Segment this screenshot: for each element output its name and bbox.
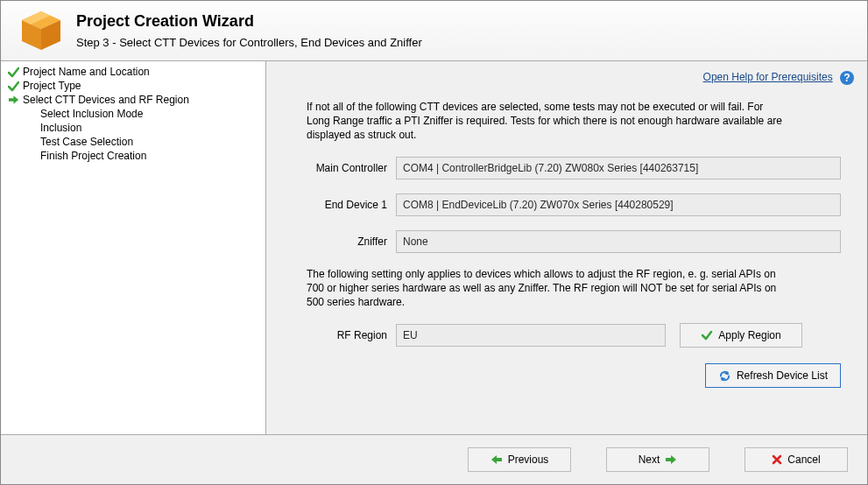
checkmark-icon xyxy=(8,67,19,78)
next-button[interactable]: Next xyxy=(606,447,709,472)
sidebar-step-5[interactable]: Test Case Selection xyxy=(6,135,260,149)
wizard-content: Open Help for Prerequisites ? If not all… xyxy=(266,61,867,434)
svg-marker-10 xyxy=(666,455,676,464)
sidebar-step-1[interactable]: Project Type xyxy=(6,79,260,93)
row-zniffer: Zniffer None xyxy=(293,230,841,253)
apply-region-label: Apply Region xyxy=(718,329,780,341)
cancel-label: Cancel xyxy=(787,453,820,466)
svg-text:?: ? xyxy=(843,72,850,84)
checkmark-icon xyxy=(8,81,19,92)
checkmark-icon xyxy=(701,329,713,341)
label-rf-region: RF Region xyxy=(293,329,396,341)
field-end-device-1[interactable]: COM8 | EndDeviceLib (7.20) ZW070x Series… xyxy=(396,193,841,216)
wizard-steps-sidebar: Project Name and LocationProject TypeSel… xyxy=(1,61,266,434)
row-main-controller: Main Controller COM4 | ControllerBridgeL… xyxy=(293,157,841,179)
sidebar-step-label: Project Name and Location xyxy=(23,66,150,78)
label-end-device-1: End Device 1 xyxy=(293,199,396,211)
apply-region-button[interactable]: Apply Region xyxy=(680,323,802,348)
row-rf-region: RF Region EU Apply Region xyxy=(293,323,841,348)
info-text-rf-region: The following setting only applies to de… xyxy=(307,267,788,310)
sidebar-step-6[interactable]: Finish Project Creation xyxy=(6,149,260,163)
label-main-controller: Main Controller xyxy=(293,162,396,174)
sidebar-step-label: Inclusion xyxy=(40,122,81,134)
svg-marker-4 xyxy=(9,95,18,103)
field-rf-region[interactable]: EU xyxy=(396,324,666,347)
label-zniffer: Zniffer xyxy=(293,235,396,248)
previous-label: Previous xyxy=(508,453,549,466)
arrow-right-icon xyxy=(8,95,19,105)
help-icon[interactable]: ? xyxy=(839,70,855,86)
sidebar-step-label: Test Case Selection xyxy=(40,136,133,148)
wizard-footer: Previous Next Cancel xyxy=(1,434,867,484)
sidebar-step-4[interactable]: Inclusion xyxy=(6,121,260,135)
row-end-device-1: End Device 1 COM8 | EndDeviceLib (7.20) … xyxy=(293,193,841,216)
sidebar-step-label: Project Type xyxy=(23,80,81,92)
refresh-icon xyxy=(718,369,731,383)
sidebar-step-label: Finish Project Creation xyxy=(40,150,146,162)
wizard-subtitle: Step 3 - Select CTT Devices for Controll… xyxy=(76,36,422,49)
info-text-devices: If not all of the following CTT devices … xyxy=(307,100,788,143)
field-main-controller[interactable]: COM4 | ControllerBridgeLib (7.20) ZW080x… xyxy=(396,157,841,179)
next-label: Next xyxy=(639,453,660,466)
sidebar-step-2[interactable]: Select CTT Devices and RF Region xyxy=(6,93,260,107)
field-zniffer[interactable]: None xyxy=(396,230,841,253)
cross-icon xyxy=(772,454,782,465)
previous-button[interactable]: Previous xyxy=(468,447,571,472)
refresh-device-list-button[interactable]: Refresh Device List xyxy=(705,363,841,388)
arrow-right-icon xyxy=(665,454,677,465)
box-logo-icon xyxy=(18,10,64,52)
help-prerequisites-link[interactable]: Open Help for Prerequisites xyxy=(703,71,833,83)
sidebar-step-label: Select Inclusion Mode xyxy=(40,108,143,120)
arrow-left-icon xyxy=(490,454,503,465)
cancel-button[interactable]: Cancel xyxy=(745,447,848,472)
sidebar-step-3[interactable]: Select Inclusion Mode xyxy=(6,107,260,121)
wizard-title: Project Creation Wizard xyxy=(76,12,422,31)
sidebar-step-0[interactable]: Project Name and Location xyxy=(6,65,260,79)
refresh-label: Refresh Device List xyxy=(737,369,828,382)
wizard-header: Project Creation Wizard Step 3 - Select … xyxy=(1,1,867,61)
sidebar-step-label: Select CTT Devices and RF Region xyxy=(23,94,189,106)
svg-marker-9 xyxy=(491,455,502,464)
